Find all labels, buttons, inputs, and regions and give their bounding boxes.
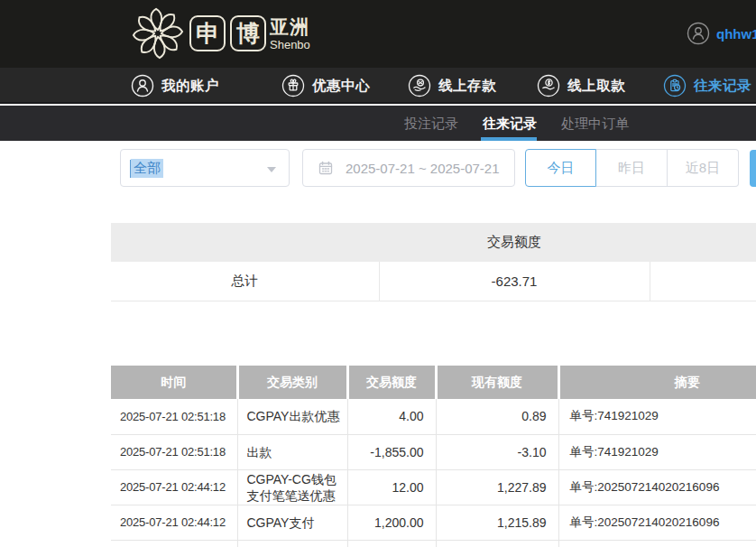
summary-total-row: 总计 -623.71 (111, 262, 756, 301)
main-navigation: 我的账户 优惠中心 线上存款 (0, 68, 756, 104)
summary-empty-cell (650, 262, 756, 301)
summary-table: 交易额度 总计 -623.71 (111, 223, 756, 301)
date-range-picker[interactable]: 2025-07-21 ~ 2025-07-21 (302, 149, 515, 187)
account-person-icon (131, 74, 154, 97)
cell-note: 单号:741921029 (558, 399, 756, 434)
tab-processing-orders[interactable]: 处理中订单 (561, 106, 629, 141)
table-row: 2025-07-21 02:44:12 CGPAY支付 1,200.00 1,2… (111, 505, 756, 540)
summary-total-amount: -623.71 (379, 262, 650, 301)
records-table: 时间 交易类别 交易额度 现有额度 摘要 2025-07-21 02:51:18… (111, 366, 756, 547)
transaction-records-page: 申 博 亚洲 Shenbo qhhw1 我的账户 (0, 0, 756, 547)
username-text[interactable]: qhhw1 (716, 26, 756, 42)
transaction-type-select[interactable]: 全部 (120, 149, 290, 187)
col-header-balance: 现有额度 (436, 366, 558, 399)
table-row: 2025-07-21 02:51:18 CGPAY出款优惠 4.00 0.89 … (111, 399, 756, 434)
col-header-type: 交易类别 (237, 366, 347, 399)
gift-icon (281, 74, 305, 97)
nav-item-deposit[interactable]: 线上存款 (408, 68, 496, 104)
cell-note: 单号:202507214020216096 (558, 505, 756, 540)
col-header-amount: 交易额度 (347, 366, 436, 399)
cell-balance: 0.89 (436, 399, 558, 434)
brand-logo: 申 博 亚洲 Shenbo (132, 7, 310, 60)
user-avatar-icon (687, 22, 710, 45)
table-row: 2025-07-21 02:44:12 CGPAY-CG钱包支付笔笔送优惠 12… (111, 469, 756, 505)
table-row-clipped (111, 540, 756, 547)
brand-char-1: 申 (189, 15, 226, 51)
records-header-row: 时间 交易类别 交易额度 现有额度 摘要 (111, 366, 756, 399)
cell-type: CGPAY支付 (237, 505, 347, 540)
cell-amount: 4.00 (347, 399, 436, 434)
active-tab-underline (481, 137, 537, 141)
cell-balance: -3.10 (436, 434, 558, 469)
today-button[interactable]: 今日 (525, 149, 596, 187)
sub-navigation: 投注记录 往来记录 处理中订单 (0, 106, 756, 141)
quick-date-buttons: 今日 昨日 近8日 (525, 149, 739, 187)
withdraw-hand-dollar-icon (537, 74, 560, 97)
cell-type: CGPAY-CG钱包支付笔笔送优惠 (237, 469, 347, 505)
cell-time: 2025-07-21 02:51:18 (111, 399, 237, 434)
nav-item-promotions[interactable]: 优惠中心 (281, 68, 370, 104)
cell-amount: 12.00 (347, 469, 436, 505)
brand-char-2: 博 (230, 15, 266, 51)
brand-side-text: 亚洲 Shenbo (270, 16, 310, 51)
yesterday-button[interactable]: 昨日 (596, 149, 668, 187)
nav-item-withdraw[interactable]: 线上取款 (537, 68, 625, 104)
cell-type: CGPAY出款优惠 (237, 399, 347, 434)
summary-header-empty-2 (650, 223, 756, 262)
summary-header-empty (111, 223, 379, 262)
cell-amount: -1,855.00 (347, 434, 436, 469)
nav-label: 线上取款 (567, 77, 625, 96)
cell-type: 出款 (237, 434, 347, 469)
cell-note: 单号:202507214020216096 (558, 469, 756, 505)
records-clipboard-clock-icon (663, 74, 687, 97)
nav-label: 线上存款 (438, 77, 496, 96)
date-range-value: 2025-07-21 ~ 2025-07-21 (346, 161, 500, 176)
tab-betting-records[interactable]: 投注记录 (404, 106, 458, 141)
tab-transaction-records[interactable]: 往来记录 (483, 106, 537, 141)
nav-item-records[interactable]: 往来记录 (663, 68, 751, 104)
calendar-icon (318, 161, 333, 175)
nav-label: 我的账户 (161, 77, 219, 96)
search-button-partial[interactable] (750, 150, 756, 187)
user-account[interactable]: qhhw1 (687, 22, 756, 45)
select-value: 全部 (131, 159, 163, 178)
cell-time: 2025-07-21 02:44:12 (111, 505, 237, 540)
brand-latin: Shenbo (270, 38, 310, 51)
summary-header-row: 交易额度 (111, 223, 756, 262)
summary-total-label: 总计 (111, 262, 379, 301)
chevron-down-icon (267, 167, 276, 172)
brand-region: 亚洲 (270, 16, 310, 38)
deposit-hand-coin-icon (408, 74, 431, 97)
top-header: 申 博 亚洲 Shenbo qhhw1 (0, 0, 756, 68)
last-8-days-button[interactable]: 近8日 (668, 149, 739, 187)
table-row: 2025-07-21 02:51:18 出款 -1,855.00 -3.10 单… (111, 434, 756, 469)
cell-note: 单号:741921029 (558, 434, 756, 469)
col-header-note: 摘要 (558, 366, 756, 399)
summary-header-amount: 交易额度 (379, 223, 650, 262)
cell-time: 2025-07-21 02:51:18 (111, 434, 237, 469)
nav-label: 往来记录 (694, 77, 751, 96)
cell-amount: 1,200.00 (347, 505, 436, 540)
col-header-time: 时间 (111, 366, 237, 399)
cell-balance: 1,215.89 (436, 505, 558, 540)
cell-balance: 1,227.89 (436, 469, 558, 505)
flower-logo-icon (132, 7, 184, 60)
nav-item-my-account[interactable]: 我的账户 (131, 68, 219, 104)
nav-label: 优惠中心 (312, 77, 370, 96)
cell-time: 2025-07-21 02:44:12 (111, 469, 237, 505)
